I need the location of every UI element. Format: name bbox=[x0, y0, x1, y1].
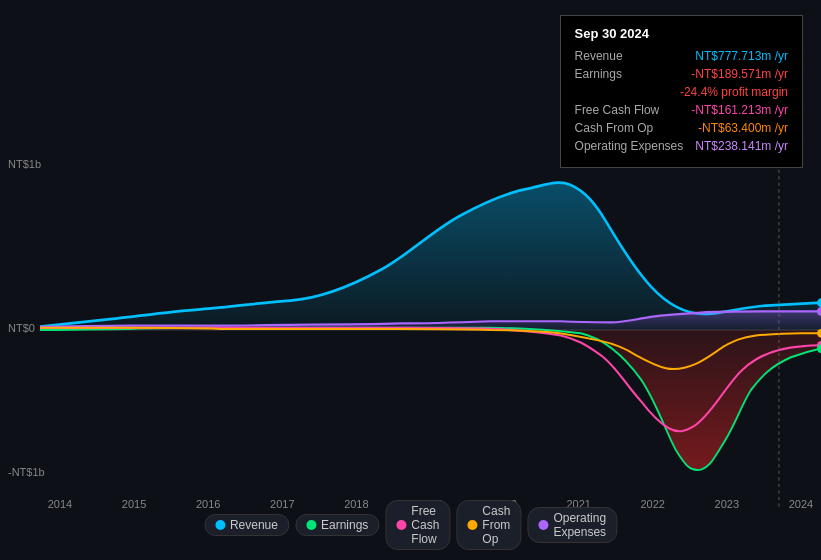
legend-dot-revenue bbox=[215, 520, 225, 530]
y-axis-zero-label: NT$0 bbox=[8, 322, 35, 334]
tooltip-row-cfo: Cash From Op -NT$63.400m /yr bbox=[575, 121, 788, 135]
legend-label-earnings: Earnings bbox=[321, 518, 368, 532]
tooltip-label-revenue: Revenue bbox=[575, 49, 623, 63]
x-label-2023: 2023 bbox=[707, 498, 747, 510]
legend-dot-earnings bbox=[306, 520, 316, 530]
legend-label-fcf: Free Cash Flow bbox=[411, 504, 439, 546]
tooltip-value-margin: -24.4% profit margin bbox=[680, 85, 788, 99]
legend-label-opex: Operating Expenses bbox=[553, 511, 606, 539]
tooltip-value-cfo: -NT$63.400m /yr bbox=[698, 121, 788, 135]
legend-dot-opex bbox=[538, 520, 548, 530]
chart-area bbox=[40, 150, 821, 510]
tooltip-row-earnings: Earnings -NT$189.571m /yr bbox=[575, 67, 788, 81]
tooltip-box: Sep 30 2024 Revenue NT$777.713m /yr Earn… bbox=[560, 15, 803, 168]
legend-item-fcf[interactable]: Free Cash Flow bbox=[385, 500, 450, 550]
legend-label-revenue: Revenue bbox=[230, 518, 278, 532]
x-label-2024: 2024 bbox=[781, 498, 821, 510]
legend-item-earnings[interactable]: Earnings bbox=[295, 514, 379, 536]
tooltip-row-opex: Operating Expenses NT$238.141m /yr bbox=[575, 139, 788, 153]
tooltip-row-fcf: Free Cash Flow -NT$161.213m /yr bbox=[575, 103, 788, 117]
y-axis-top-label: NT$1b bbox=[8, 158, 41, 170]
tooltip-label-fcf: Free Cash Flow bbox=[575, 103, 660, 117]
legend-item-cfo[interactable]: Cash From Op bbox=[456, 500, 521, 550]
chart-legend: Revenue Earnings Free Cash Flow Cash Fro… bbox=[204, 500, 617, 550]
tooltip-value-earnings: -NT$189.571m /yr bbox=[691, 67, 788, 81]
x-label-2014: 2014 bbox=[40, 498, 80, 510]
x-label-2015: 2015 bbox=[114, 498, 154, 510]
tooltip-value-revenue: NT$777.713m /yr bbox=[695, 49, 788, 63]
tooltip-row-margin: -24.4% profit margin bbox=[575, 85, 788, 99]
chart-container: Sep 30 2024 Revenue NT$777.713m /yr Earn… bbox=[0, 0, 821, 560]
legend-item-opex[interactable]: Operating Expenses bbox=[527, 507, 617, 543]
tooltip-value-fcf: -NT$161.213m /yr bbox=[691, 103, 788, 117]
tooltip-label-opex: Operating Expenses bbox=[575, 139, 684, 153]
tooltip-row-revenue: Revenue NT$777.713m /yr bbox=[575, 49, 788, 63]
x-label-2022: 2022 bbox=[633, 498, 673, 510]
legend-item-revenue[interactable]: Revenue bbox=[204, 514, 289, 536]
tooltip-label-earnings: Earnings bbox=[575, 67, 622, 81]
tooltip-date: Sep 30 2024 bbox=[575, 26, 788, 41]
legend-label-cfo: Cash From Op bbox=[482, 504, 510, 546]
legend-dot-fcf bbox=[396, 520, 406, 530]
tooltip-label-cfo: Cash From Op bbox=[575, 121, 654, 135]
tooltip-value-opex: NT$238.141m /yr bbox=[695, 139, 788, 153]
legend-dot-cfo bbox=[467, 520, 477, 530]
